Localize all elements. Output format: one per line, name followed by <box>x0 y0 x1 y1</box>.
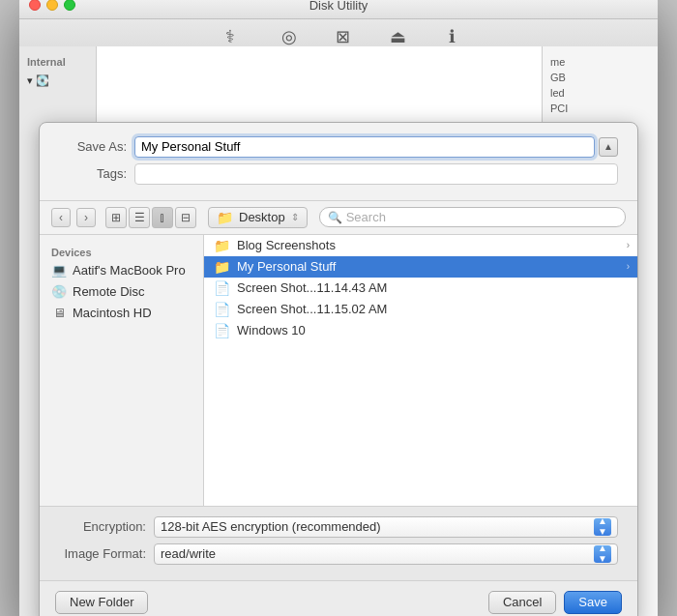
remote-label: Remote Disc <box>73 284 144 299</box>
bg-right-line-3: led <box>550 87 650 99</box>
bg-right-line-2: GB <box>550 72 650 83</box>
bg-sidebar-label: Internal <box>19 46 96 72</box>
title-bar: Disk Utility <box>19 0 658 19</box>
dialog-buttons: New Folder Cancel Save <box>40 580 637 617</box>
tags-row: Tags: <box>59 163 618 185</box>
macintosh-label: Macintosh HD <box>73 306 152 320</box>
first-aid-icon: ⚕ <box>219 25 242 48</box>
chevron-up-icon: ▲ <box>598 516 607 526</box>
file-icon: 📄 <box>214 302 229 317</box>
macbook-label: Aatif's MacBook Pro <box>73 263 186 278</box>
location-arrow-icon: ⇕ <box>291 212 299 222</box>
main-window: Disk Utility ⚕ First Aid ◎ Partition ⊠ E… <box>19 0 658 616</box>
info-icon: ℹ <box>441 25 464 48</box>
view-list-btn[interactable]: ☰ <box>129 207 150 228</box>
tags-input[interactable] <box>134 163 618 185</box>
file-windows10[interactable]: 📄 Windows 10 <box>204 320 637 341</box>
expand-button[interactable]: ▲ <box>599 137 618 157</box>
save-as-label: Save As: <box>59 139 127 154</box>
confirm-buttons: Cancel Save <box>488 591 622 614</box>
view-gallery-btn[interactable]: ⊟ <box>175 207 196 228</box>
remote-icon: 💿 <box>51 284 67 300</box>
location-text: Desktop <box>239 210 285 224</box>
save-as-row: Save As: ▲ <box>59 136 618 158</box>
partition-icon: ◎ <box>278 25 301 48</box>
view-buttons: ⊞ ☰ ⫿ ⊟ <box>105 207 196 228</box>
file-screenshot1[interactable]: 📄 Screen Shot...11.14.43 AM <box>204 278 637 299</box>
file-icon: 📄 <box>214 323 229 338</box>
file-my-personal-stuff[interactable]: 📁 My Personal Stuff › <box>204 256 637 278</box>
tags-label: Tags: <box>59 166 127 181</box>
browser-toolbar: ‹ › ⊞ ☰ ⫿ ⊟ 📁 Desktop ⇕ 🔍 Search <box>40 201 637 235</box>
chevron-up-icon: ▲ <box>598 543 607 553</box>
folder-icon: 📁 <box>214 259 229 275</box>
forward-button[interactable]: › <box>76 208 96 227</box>
search-placeholder: Search <box>346 210 386 224</box>
new-folder-button[interactable]: New Folder <box>55 591 148 614</box>
image-format-label: Image Format: <box>59 546 146 561</box>
file-label: Screen Shot...11.15.02 AM <box>237 302 387 316</box>
devices-section-label: Devices <box>40 243 203 260</box>
file-label: Blog Screenshots <box>237 238 336 252</box>
file-blog-screenshots[interactable]: 📁 Blog Screenshots › <box>204 235 637 256</box>
bg-sidebar-item: ▾ 💽 <box>19 72 96 90</box>
image-format-value: read/write <box>161 546 594 561</box>
close-button[interactable] <box>29 0 41 11</box>
dialog-options: Encryption: 128-bit AES encryption (reco… <box>40 506 637 580</box>
search-field[interactable]: 🔍 Search <box>319 207 626 227</box>
browser-sidebar: Devices 💻 Aatif's MacBook Pro 💿 Remote D… <box>40 235 204 506</box>
chevron-down-icon: ▼ <box>598 527 607 537</box>
files-pane: 📁 Blog Screenshots › 📁 My Personal Stuff… <box>204 235 637 506</box>
minimize-button[interactable] <box>46 0 58 11</box>
chevron-down-icon: ▼ <box>598 554 607 564</box>
file-label: Windows 10 <box>237 323 306 337</box>
save-button[interactable]: Save <box>564 591 622 614</box>
encryption-value: 128-bit AES encryption (recommended) <box>161 519 594 534</box>
file-screenshot2[interactable]: 📄 Screen Shot...11.15.02 AM <box>204 299 637 320</box>
encryption-select-arrow: ▲ ▼ <box>594 518 611 536</box>
device-macbook[interactable]: 💻 Aatif's MacBook Pro <box>40 260 203 281</box>
image-format-select[interactable]: read/write ▲ ▼ <box>154 543 618 565</box>
file-label: My Personal Stuff <box>237 259 336 274</box>
device-remote[interactable]: 💿 Remote Disc <box>40 281 203 303</box>
encryption-row: Encryption: 128-bit AES encryption (reco… <box>59 516 618 538</box>
search-icon: 🔍 <box>328 211 342 224</box>
device-macintosh[interactable]: 🖥 Macintosh HD <box>40 303 203 324</box>
location-dropdown[interactable]: 📁 Desktop ⇕ <box>208 207 308 228</box>
encryption-select[interactable]: 128-bit AES encryption (recommended) ▲ ▼ <box>154 516 618 538</box>
maximize-button[interactable] <box>64 0 75 11</box>
file-label: Screen Shot...11.14.43 AM <box>237 280 387 295</box>
bg-right-line-4: PCI <box>550 103 650 114</box>
image-format-row: Image Format: read/write ▲ ▼ <box>59 543 618 565</box>
window-title: Disk Utility <box>309 0 368 13</box>
file-icon: 📄 <box>214 280 229 296</box>
save-as-input[interactable] <box>134 136 595 158</box>
unmount-icon: ⏏ <box>386 25 409 48</box>
cancel-button[interactable]: Cancel <box>488 591 556 614</box>
view-icon-btn[interactable]: ⊞ <box>105 207 127 228</box>
erase-icon: ⊠ <box>331 25 354 48</box>
image-format-select-arrow: ▲ ▼ <box>594 545 611 563</box>
bg-right-line-1: me <box>550 56 650 68</box>
view-column-btn[interactable]: ⫿ <box>152 207 173 228</box>
save-dialog: Save As: ▲ Tags: ‹ › ⊞ ☰ ⫿ ⊟ 📁 Desktop <box>39 122 638 617</box>
file-chevron-icon: › <box>627 261 630 272</box>
encryption-label: Encryption: <box>59 519 146 534</box>
macintosh-icon: 🖥 <box>51 306 67 321</box>
back-button[interactable]: ‹ <box>51 208 71 227</box>
browser-panes: Devices 💻 Aatif's MacBook Pro 💿 Remote D… <box>40 235 637 506</box>
dialog-header: Save As: ▲ Tags: <box>40 123 637 201</box>
traffic-lights <box>29 0 75 11</box>
location-folder-icon: 📁 <box>217 210 233 225</box>
macbook-icon: 💻 <box>51 263 67 279</box>
folder-icon: 📁 <box>214 238 229 253</box>
file-chevron-icon: › <box>627 240 630 250</box>
